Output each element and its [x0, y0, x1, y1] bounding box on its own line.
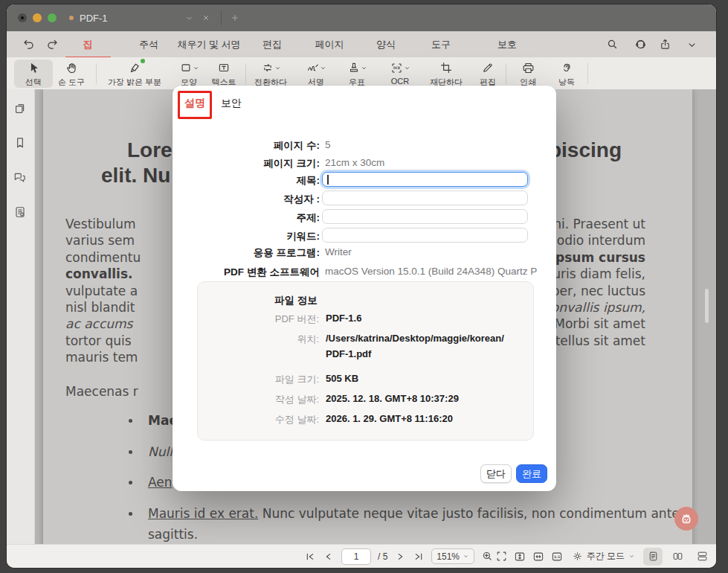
location-value-line1: /Users/katrina/Desktop/maggie/korean/ — [326, 333, 504, 344]
two-page-view-button[interactable] — [668, 548, 687, 566]
display-mode-label: 주간 모드 — [587, 550, 625, 563]
tool-shape[interactable]: 모양 — [171, 60, 207, 88]
comments-icon[interactable] — [13, 170, 28, 185]
new-feature-dot — [141, 59, 145, 63]
zoom-in-icon[interactable] — [481, 550, 494, 563]
chevron-down-icon — [320, 65, 326, 71]
tab-close-icon[interactable] — [202, 13, 210, 22]
done-button[interactable]: 완료 — [516, 464, 547, 483]
undo-icon[interactable] — [22, 37, 36, 51]
scroll-view-button[interactable] — [692, 548, 712, 566]
assistant-mascot-button[interactable] — [674, 507, 698, 531]
bullet-dot — [129, 512, 132, 516]
tool-print[interactable]: 인쇄 — [510, 60, 546, 88]
search-icon[interactable] — [606, 38, 619, 51]
tool-text[interactable]: 텍스트 — [204, 60, 243, 88]
window-zoom-button[interactable] — [48, 13, 57, 22]
ribbon-tab-page[interactable]: 페이지 — [315, 38, 344, 51]
text-caret — [327, 175, 329, 185]
author-field[interactable] — [322, 191, 528, 205]
tool-read-aloud[interactable]: 낭독 — [550, 60, 583, 88]
next-page-icon[interactable] — [394, 551, 406, 563]
signature-icon — [306, 61, 320, 75]
tool-highlight[interactable]: 가장 밝은 부분 — [99, 60, 170, 88]
subject-field[interactable] — [322, 209, 528, 224]
tool-ocr[interactable]: OCR — [380, 60, 420, 88]
window-minimize-button[interactable] — [33, 13, 42, 22]
page-total: / 5 — [378, 551, 387, 562]
fit-page-icon[interactable] — [495, 550, 508, 563]
title-field[interactable] — [322, 172, 528, 187]
tool-convert[interactable]: 전환하다 — [248, 60, 294, 88]
ribbon-tab-fill-sign[interactable]: 채우기 및 서명 — [177, 38, 240, 51]
fit-width-icon[interactable] — [532, 550, 545, 563]
doc-paragraph2-fragment: Maecenas r — [65, 384, 138, 399]
page-size-label: 페이지 크기: — [173, 157, 320, 170]
doc-paragraph-right: ni. Praesent ut odio interdum psum cursu… — [551, 216, 645, 349]
status-bar: / 5 151% 주간 모드 — [7, 544, 716, 568]
tab-separator — [221, 10, 222, 25]
left-panel-bar — [7, 89, 35, 545]
single-page-view-button[interactable] — [643, 548, 663, 566]
last-page-icon[interactable] — [413, 551, 425, 563]
ribbon-bar: 집 주석 채우기 및 서명 편집 페이지 양식 도구 보호 — [7, 31, 716, 58]
application-value: Writer — [325, 246, 352, 257]
page-size-value: 21cm x 30cm — [325, 157, 384, 168]
previous-page-icon[interactable] — [323, 551, 335, 563]
document-tab[interactable]: PDF-1 — [69, 4, 108, 31]
tool-select[interactable]: 선택 — [14, 60, 53, 88]
author-label: 작성자 : — [173, 193, 320, 206]
collapse-ribbon-chevron-icon[interactable] — [686, 39, 698, 51]
ribbon-tab-protect[interactable]: 보호 — [497, 38, 517, 51]
redo-icon[interactable] — [45, 37, 59, 51]
shape-icon — [179, 61, 193, 74]
sun-icon — [572, 551, 583, 562]
bookmark-icon[interactable] — [13, 135, 28, 150]
first-page-icon[interactable] — [304, 551, 316, 563]
tool-crop[interactable]: 재단하다 — [423, 60, 469, 88]
annotation-highlight-box — [178, 91, 212, 119]
ribbon-tab-form[interactable]: 양식 — [376, 38, 396, 51]
support-icon[interactable] — [634, 38, 647, 51]
ribbon-tab-annotate[interactable]: 주석 — [139, 38, 158, 51]
ribbon-tab-edit[interactable]: 편집 — [262, 38, 282, 51]
thumbnails-icon[interactable] — [13, 101, 28, 116]
display-mode-select[interactable]: 주간 모드 — [572, 550, 635, 563]
chevron-down-icon — [628, 553, 635, 560]
location-label: 위치: — [198, 333, 319, 346]
tab-chevron-down-icon[interactable] — [185, 14, 193, 22]
tool-stamp[interactable]: 우표 — [339, 60, 375, 88]
window-close-button[interactable] — [18, 13, 27, 22]
zoom-level-select[interactable]: 151% — [431, 548, 474, 564]
view-controls: 주간 모드 — [495, 545, 712, 568]
chevron-down-icon — [361, 65, 367, 71]
chevron-down-icon — [463, 553, 469, 560]
tool-hand[interactable]: 손 도구 — [50, 60, 93, 88]
ribbon-tab-tools[interactable]: 도구 — [431, 38, 451, 51]
doc-bullet-line2: sagittis. — [148, 527, 198, 542]
tool-edit[interactable]: 편집 — [471, 60, 504, 88]
page-number-input[interactable] — [341, 548, 371, 565]
doc-bullet-fragment: Null — [148, 444, 173, 459]
tool-sign[interactable]: 서명 — [297, 60, 335, 88]
share-icon[interactable] — [659, 38, 671, 51]
ribbon-tab-home[interactable]: 집 — [83, 38, 93, 51]
document-properties-dialog: 설명 보안 페이지 수: 5 페이지 크기: 21cm x 30cm 제목: 작… — [173, 86, 556, 491]
producer-label: PDF 변환 소프트웨어 — [173, 266, 320, 279]
page-navigation: / 5 151% — [304, 545, 494, 568]
subject-label: 주제: — [173, 211, 320, 225]
keywords-field[interactable] — [322, 228, 528, 243]
single-page-icon — [647, 550, 660, 563]
new-tab-button[interactable] — [230, 13, 240, 23]
doc-paragraph-left: Vestibulum varius sem condimentu convall… — [65, 216, 141, 366]
cursor-icon — [27, 61, 41, 75]
annotation-list-icon[interactable] — [13, 205, 28, 220]
actual-size-icon[interactable] — [550, 550, 564, 563]
modified-date-value: 2026. 1. 29. GMT+8 11:16:20 — [326, 413, 453, 424]
fit-height-icon[interactable] — [513, 550, 526, 563]
close-button[interactable]: 닫다 — [480, 464, 512, 483]
page-count-value: 5 — [325, 139, 331, 150]
vertical-scrollbar-thumb[interactable] — [705, 289, 709, 323]
printer-icon — [521, 61, 535, 75]
dialog-tab-security[interactable]: 보안 — [221, 97, 242, 110]
